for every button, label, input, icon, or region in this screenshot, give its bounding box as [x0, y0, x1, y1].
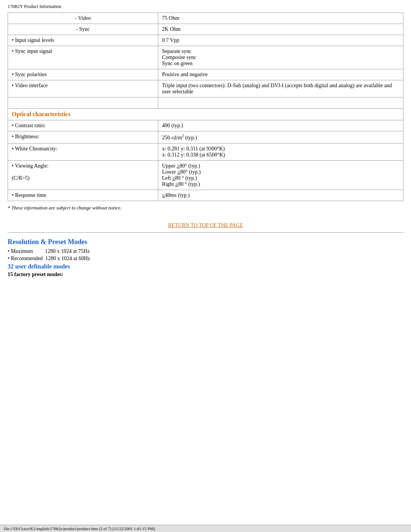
table-row: • Sync input signal Separate syncComposi… [8, 46, 403, 69]
resolution-section-title: Resolution & Preset Modes [8, 238, 403, 246]
optical-section-header: Optical characteristics [8, 109, 403, 120]
table-row: • Contrast ratio: 400 (typ.) [8, 120, 403, 131]
table-row: • Response time ≤40ms (typ.) [8, 190, 403, 201]
cell-video-interface-label: • Video interface [8, 80, 158, 97]
cell-video-value: 75 Ohm [158, 13, 403, 24]
resolution-section: Resolution & Preset Modes • Maximum 1280… [8, 238, 403, 278]
table-row: • Video interface Triple input (two conn… [8, 80, 403, 97]
optical-header-row: Optical characteristics [8, 109, 403, 120]
table-row-empty [8, 97, 403, 109]
page-header: 170B2Y Product Information [8, 4, 403, 10]
cell-video-label: - Video [8, 13, 158, 24]
cell-sync-label: - Sync [8, 24, 158, 35]
table-row: • Sync polarities Positive and negative [8, 69, 403, 80]
cell-sync-input-value: Separate syncComposite syncSync on green [158, 46, 403, 69]
table-row: • Input signal levels 0.7 Vpp [8, 35, 403, 46]
cell-empty-right [158, 97, 403, 109]
cell-response-value: ≤40ms (typ.) [158, 190, 403, 201]
cell-chroma-label: • White Chromatcity: [8, 143, 158, 160]
cell-contrast-value: 400 (typ.) [158, 120, 403, 131]
cell-contrast-label: • Contrast ratio: [8, 120, 158, 131]
table-row: - Sync 2K Ohm [8, 24, 403, 35]
cell-video-interface-value: Triple input (two connectors): D-Sub (an… [158, 80, 403, 97]
cell-sync-input-label: • Sync input signal [8, 46, 158, 69]
cell-viewing-label: • Viewing Angle:(C/R>5) [8, 160, 158, 190]
cell-brightness-value: 250 cd/m2 (typ.) [158, 131, 403, 144]
section-divider [8, 232, 403, 233]
table-row: • Brightness: 250 cd/m2 (typ.) [8, 131, 403, 144]
cell-sync-value: 2K Ohm [158, 24, 403, 35]
resolution-recommended: • Recommended 1280 x 1024 at 60Hz [8, 256, 403, 262]
table-row: • White Chromatcity: x: 0.281 y: 0.311 (… [8, 143, 403, 160]
cell-sync-pol-label: • Sync polarities [8, 69, 158, 80]
specs-table: - Video 75 Ohm - Sync 2K Ohm • Input sig… [8, 13, 403, 201]
resolution-maximum: • Maximum 1280 x 1024 at 75Hz [8, 248, 403, 254]
cell-sync-pol-value: Positive and negative [158, 69, 403, 80]
cell-chroma-value: x: 0.281 y: 0.311 (at 9300°K)x: 0.312 y:… [158, 143, 403, 160]
return-to-top-link[interactable]: RETURN TO TOP OF THE PAGE [168, 222, 243, 228]
return-link-container: RETURN TO TOP OF THE PAGE [8, 222, 403, 228]
footnote: * These information are subject to chang… [8, 205, 403, 211]
cell-brightness-label: • Brightness: [8, 131, 158, 144]
user-definable-modes: 32 user definable modes [8, 263, 403, 270]
cell-response-label: • Response time [8, 190, 158, 201]
cell-input-signal-value: 0.7 Vpp [158, 35, 403, 46]
table-row: - Video 75 Ohm [8, 13, 403, 24]
cell-input-signal-label: • Input signal levels [8, 35, 158, 46]
optical-title: Optical characteristics [12, 111, 70, 117]
cell-viewing-value: Upper ≥80° (typ.)Lower ≥80° (typ.)Left ≥… [158, 160, 403, 190]
table-row: • Viewing Angle:(C/R>5) Upper ≥80° (typ.… [8, 160, 403, 190]
cell-empty-left [8, 97, 158, 109]
factory-preset-label: 15 factory preset modes: [8, 272, 403, 278]
